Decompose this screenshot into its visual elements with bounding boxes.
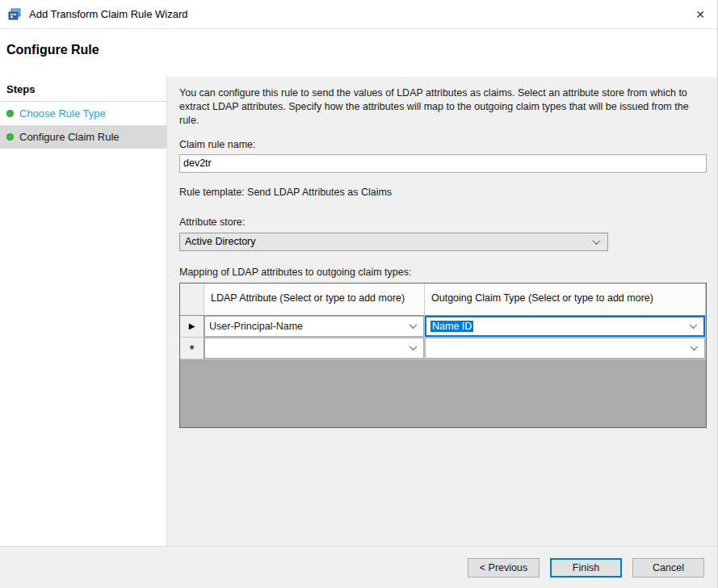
table-cell: Name ID [425,316,706,338]
outgoing-claim-type-value: Name ID [430,321,473,332]
table-cell: User-Principal-Name [204,316,425,338]
outgoing-claim-type-combobox-row1[interactable]: Name ID [425,316,705,337]
footer-button-bar: < Previous Finish Cancel [0,546,717,588]
rule-template-text: Rule template: Send LDAP Attributes as C… [179,187,707,198]
wizard-window: Add Transform Claim Rule Wizard ✕ Config… [0,0,718,588]
claim-rule-name-input[interactable] [179,154,707,173]
outgoing-claim-type-combobox-row2[interactable] [425,338,705,359]
heading-band: Configure Rule [0,29,717,77]
table-corner-header [180,284,204,316]
current-row-arrow-icon: ▶ [189,322,195,330]
step-label: Choose Rule Type [19,107,106,120]
mapping-table-label: Mapping of LDAP attributes to outgoing c… [179,267,707,278]
row-selector-current[interactable]: ▶ [180,316,204,338]
step-label: Configure Claim Rule [19,131,120,143]
table-empty-area [180,359,706,427]
chevron-down-icon [409,342,418,351]
wizard-app-icon [8,8,23,21]
ldap-attribute-combobox-row1[interactable]: User-Principal-Name [204,316,424,337]
titlebar: Add Transform Claim Rule Wizard ✕ [0,0,717,29]
mapping-table: LDAP Attribute (Select or type to add mo… [179,283,707,428]
window-title: Add Transform Claim Rule Wizard [29,8,188,20]
ldap-attribute-combobox-row2[interactable] [204,338,424,359]
table-cell [204,338,425,359]
column-header-outgoing-claim-type: Outgoing Claim Type (Select or type to a… [425,284,706,316]
column-header-ldap-attribute: LDAP Attribute (Select or type to add mo… [204,284,425,316]
main-panel: You can configure this rule to send the … [167,77,717,546]
attribute-store-value: Active Directory [185,236,594,247]
attribute-store-combobox[interactable]: Active Directory [179,233,608,251]
chevron-down-icon [409,321,418,329]
row-selector-new[interactable]: * [180,338,204,359]
step-choose-rule-type[interactable]: Choose Rule Type [0,102,166,125]
close-button[interactable]: ✕ [683,0,717,28]
previous-button[interactable]: < Previous [468,558,540,578]
rule-description-text: You can configure this rule to send the … [179,86,707,128]
content-area: Steps Choose Rule Type Configure Claim R… [0,77,717,546]
steps-header: Steps [0,77,166,102]
step-complete-icon [6,110,14,117]
chevron-down-icon [593,237,601,245]
step-configure-claim-rule[interactable]: Configure Claim Rule [0,125,166,149]
claim-rule-name-label: Claim rule name: [179,139,707,150]
finish-button[interactable]: Finish [550,558,622,578]
table-cell [425,338,706,359]
page-title: Configure Rule [6,43,717,57]
attribute-store-label: Attribute store: [179,216,707,228]
ldap-attribute-value: User-Principal-Name [209,321,410,332]
steps-sidebar: Steps Choose Rule Type Configure Claim R… [0,77,167,546]
new-row-asterisk-icon: * [189,346,194,355]
cancel-button[interactable]: Cancel [632,558,704,578]
chevron-down-icon [690,321,698,329]
chevron-down-icon [691,342,699,351]
step-complete-icon [6,133,14,141]
